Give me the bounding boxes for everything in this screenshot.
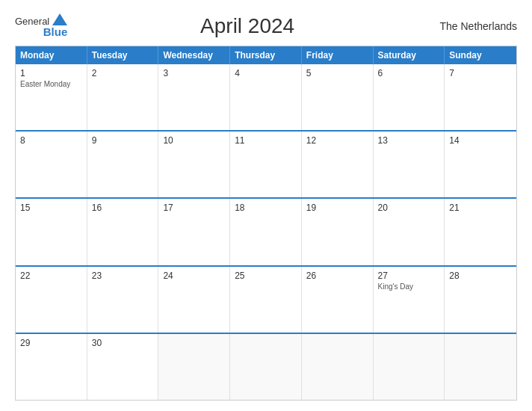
country-label: The Netherlands <box>427 20 517 32</box>
day-13: 13 <box>374 132 445 197</box>
day-9: 9 <box>87 132 159 197</box>
day-2: 2 <box>87 64 159 130</box>
day-headers-row: Monday Tuesday Wednesday Thursday Friday… <box>16 46 516 64</box>
day-15: 15 <box>16 199 87 265</box>
day-25: 25 <box>230 267 302 333</box>
header-friday: Friday <box>302 46 374 64</box>
day-28: 28 <box>445 267 516 333</box>
header-tuesday: Tuesday <box>87 46 159 64</box>
week-row-3: 15 16 17 18 19 20 21 <box>16 197 516 265</box>
day-16: 16 <box>87 199 159 265</box>
day-24: 24 <box>158 267 230 333</box>
day-empty-5 <box>445 334 516 400</box>
day-30: 30 <box>87 334 159 400</box>
day-10: 10 <box>158 132 230 197</box>
day-14: 14 <box>445 132 516 197</box>
header-wednesday: Wednesday <box>158 46 230 64</box>
week-row-5: 29 30 <box>16 333 516 400</box>
day-27: 27 King's Day <box>374 267 445 333</box>
day-empty-4 <box>374 334 445 400</box>
day-8: 8 <box>16 132 87 197</box>
day-empty-3 <box>302 334 374 400</box>
logo-triangle-icon <box>52 13 67 25</box>
day-empty-2 <box>230 334 302 400</box>
header-sunday: Sunday <box>445 46 516 64</box>
header-thursday: Thursday <box>230 46 302 64</box>
week-row-2: 8 9 10 11 12 13 14 <box>16 130 516 197</box>
day-6: 6 <box>374 64 445 130</box>
day-11: 11 <box>230 132 302 197</box>
day-7: 7 <box>445 64 516 130</box>
week-row-4: 22 23 24 25 26 27 King's Day <box>16 265 516 333</box>
header-monday: Monday <box>16 46 87 64</box>
day-17: 17 <box>158 199 230 265</box>
day-22: 22 <box>16 267 87 333</box>
day-12: 12 <box>302 132 374 197</box>
logo-blue: Blue <box>43 25 68 38</box>
day-23: 23 <box>87 267 159 333</box>
day-18: 18 <box>230 199 302 265</box>
header-saturday: Saturday <box>374 46 445 64</box>
day-19: 19 <box>302 199 374 265</box>
day-empty-1 <box>158 334 230 400</box>
day-5: 5 <box>302 64 374 130</box>
week-row-1: 1 Easter Monday 2 3 4 5 6 <box>16 64 516 130</box>
day-20: 20 <box>374 199 445 265</box>
page: General Blue April 2024 The Netherlands … <box>0 0 532 411</box>
header: General Blue April 2024 The Netherlands <box>15 13 517 38</box>
calendar-title: April 2024 <box>67 14 427 38</box>
day-3: 3 <box>158 64 230 130</box>
day-26: 26 <box>302 267 374 333</box>
day-4: 4 <box>230 64 302 130</box>
weeks: 1 Easter Monday 2 3 4 5 6 <box>16 64 516 400</box>
day-29: 29 <box>16 334 87 400</box>
day-1: 1 Easter Monday <box>16 64 87 130</box>
day-21: 21 <box>445 199 516 265</box>
calendar: Monday Tuesday Wednesday Thursday Friday… <box>15 46 517 401</box>
logo: General Blue <box>15 13 67 38</box>
